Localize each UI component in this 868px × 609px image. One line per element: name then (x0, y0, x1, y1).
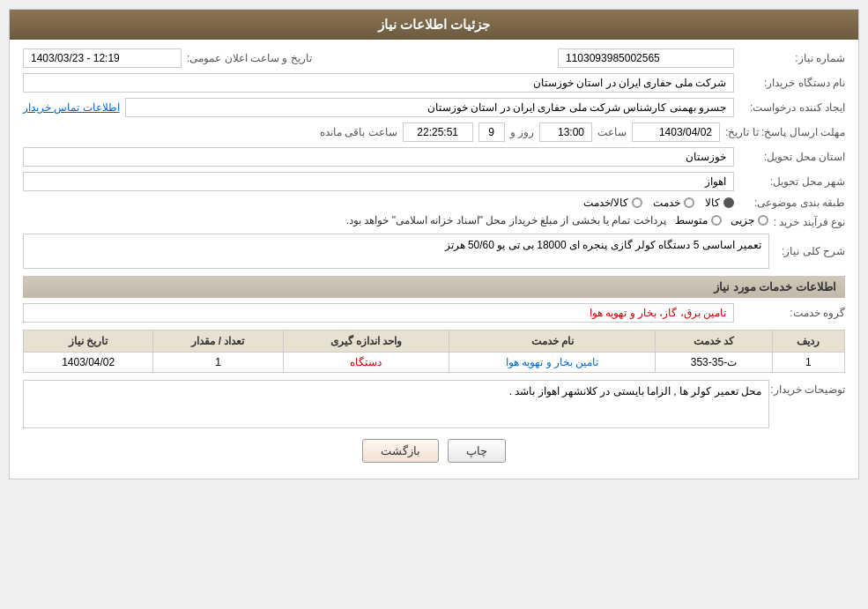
category-option-khedmat: خدمت (653, 197, 694, 209)
category-label: طبقه بندی موضوعی: (739, 197, 845, 209)
category-radio-kala-khedmat (632, 197, 642, 208)
category-option-kala-khedmat: کالا/خدمت (583, 197, 642, 209)
buyer-notes-label: توضیحات خریدار: (775, 380, 845, 396)
city-value: اهواز (23, 172, 734, 191)
cell-radif: 1 (772, 353, 844, 373)
cell-date: 1403/04/02 (24, 353, 153, 373)
process-option-motavasset: متوسط (675, 214, 722, 227)
process-motavasset-label: متوسط (675, 214, 708, 227)
date-time-value: 1403/03/23 - 12:19 (23, 48, 182, 68)
table-row: 1 ت-35-353 تامین بخار و تهویه هوا دستگاه… (24, 353, 845, 373)
buyer-notes-textarea[interactable] (23, 380, 769, 428)
deadline-row: مهلت ارسال پاسخ: تا تاریخ: 1403/04/02 سا… (23, 123, 845, 142)
category-kala-khedmat-label: کالا/خدمت (583, 197, 628, 209)
naz-number-row: شماره نیاز: 1103093985002565 تاریخ و ساع… (23, 48, 845, 68)
deadline-remaining: 22:25:51 (403, 123, 473, 142)
col-unit: واحد اندازه گیری (283, 330, 449, 353)
buyer-notes-row: توضیحات خریدار: (23, 380, 845, 428)
service-group-row: گروه خدمت: تامین برق، گاز، بخار و تهویه … (23, 303, 845, 323)
creator-label: ایجاد کننده درخواست: (739, 101, 845, 114)
col-qty: تعداد / مقدار (153, 330, 283, 353)
process-row: نوع فرآیند خرید : جزیی متوسط پرداخت تمام… (23, 214, 845, 228)
services-table: ردیف کد خدمت نام خدمت واحد اندازه گیری ت… (23, 330, 845, 373)
back-button[interactable]: بازگشت (362, 439, 439, 463)
process-note: پرداخت تمام یا بخشی از مبلغ خریداز محل "… (23, 214, 666, 227)
creator-row: ایجاد کننده درخواست: جسرو بهمنی کارشناس … (23, 98, 845, 117)
buyer-org-value: شرکت ملی حفاری ایران در استان خوزستان (23, 73, 734, 93)
service-group-label: گروه خدمت: (739, 307, 845, 319)
main-card: جزئیات اطلاعات نیاز شماره نیاز: 11030939… (9, 9, 859, 479)
description-label: شرح کلی نیاز: (775, 245, 845, 257)
description-textarea[interactable] (23, 234, 769, 269)
table-header-row: ردیف کد خدمت نام خدمت واحد اندازه گیری ت… (24, 330, 845, 353)
col-radif: ردیف (772, 330, 844, 353)
col-name: نام خدمت (449, 330, 656, 353)
category-radio-khedmat (684, 197, 694, 208)
services-table-section: ردیف کد خدمت نام خدمت واحد اندازه گیری ت… (23, 330, 845, 373)
col-date: تاریخ نیاز (24, 330, 153, 353)
deadline-time: 13:00 (539, 123, 592, 142)
deadline-remaining-label: ساعت باقی مانده (320, 126, 397, 138)
card-header: جزئیات اطلاعات نیاز (10, 10, 858, 40)
services-header: اطلاعات خدمات مورد نیاز (23, 276, 845, 298)
service-group-value: تامین برق، گاز، بخار و تهویه هوا (23, 303, 734, 323)
process-options: جزیی متوسط پرداخت تمام یا بخشی از مبلغ خ… (23, 214, 768, 227)
creator-value: جسرو بهمنی کارشناس شرکت ملی حفاری ایران … (125, 98, 734, 117)
province-value: خوزستان (23, 147, 734, 167)
deadline-days: 9 (479, 123, 505, 142)
col-code: کد خدمت (656, 330, 773, 353)
naz-number-label: شماره نیاز: (739, 52, 845, 64)
description-row: شرح کلی نیاز: (23, 234, 845, 269)
deadline-day-label: روز و (510, 126, 534, 138)
deadline-time-label: ساعت (597, 126, 627, 138)
buyer-org-label: نام دستگاه خریدار: (739, 77, 845, 89)
process-radio-motavasset (711, 215, 722, 226)
category-row: طبقه بندی موضوعی: کالا خدمت کالا/خدمت (23, 197, 845, 209)
category-khedmat-label: خدمت (653, 197, 680, 209)
page-wrapper: جزئیات اطلاعات نیاز شماره نیاز: 11030939… (0, 0, 868, 609)
category-kala-label: کالا (705, 197, 720, 209)
process-label: نوع فرآیند خرید : (774, 214, 845, 228)
deadline-date: 1403/04/02 (632, 123, 720, 142)
cell-unit: دستگاه (283, 353, 449, 373)
date-time-label: تاریخ و ساعت اعلان عمومی: (187, 52, 312, 64)
process-radio-jozi (758, 215, 768, 226)
cell-name: تامین بخار و تهویه هوا (449, 353, 656, 373)
buyer-org-row: نام دستگاه خریدار: شرکت ملی حفاری ایران … (23, 73, 845, 93)
footer-buttons: چاپ بازگشت (23, 439, 845, 463)
category-radio-group: کالا خدمت کالا/خدمت (23, 197, 734, 209)
process-option-jozi: جزیی (731, 214, 768, 227)
print-button[interactable]: چاپ (448, 439, 506, 463)
province-row: استان محل تحویل: خوزستان (23, 147, 845, 167)
contact-link[interactable]: اطلاعات تماس خریدار (23, 101, 120, 114)
card-body: شماره نیاز: 1103093985002565 تاریخ و ساع… (10, 40, 858, 479)
page-title: جزئیات اطلاعات نیاز (378, 17, 490, 32)
cell-code: ت-35-353 (656, 353, 773, 373)
cell-qty: 1 (153, 353, 283, 373)
deadline-label: مهلت ارسال پاسخ: تا تاریخ: (725, 126, 845, 138)
process-jozi-label: جزیی (731, 214, 754, 227)
province-label: استان محل تحویل: (739, 151, 845, 163)
city-row: شهر محل تحویل: اهواز (23, 172, 845, 191)
naz-number-value: 1103093985002565 (558, 48, 734, 68)
city-label: شهر محل تحویل: (739, 175, 845, 188)
category-option-kala: کالا (705, 197, 734, 209)
category-radio-kala (723, 197, 734, 208)
